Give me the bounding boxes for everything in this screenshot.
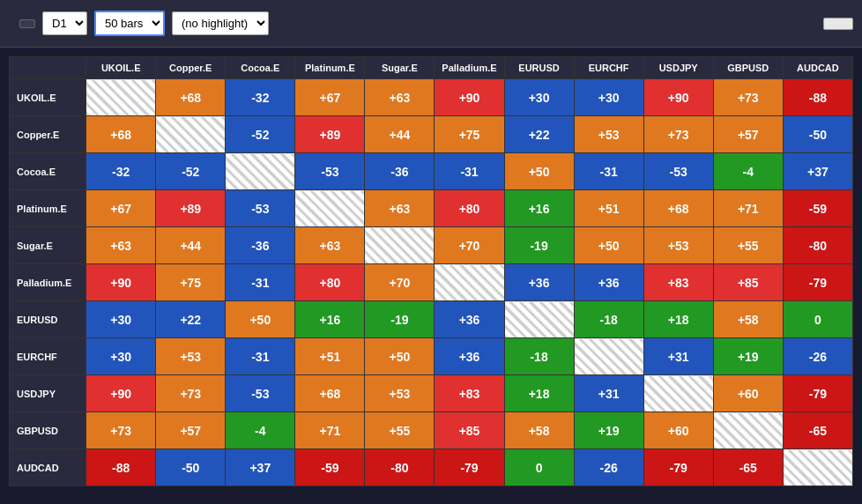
cell-0-7[interactable]: +30 [574,79,643,116]
cell-3-8[interactable]: +68 [643,190,713,227]
cell-10-9[interactable]: -65 [713,449,783,486]
highlight-select[interactable]: (no highlight) [172,11,269,35]
cell-3-2[interactable]: -53 [226,190,295,227]
cell-10-8[interactable]: -79 [643,449,713,486]
cell-2-2[interactable] [226,153,295,190]
cell-0-1[interactable]: +68 [156,79,226,116]
cell-7-4[interactable]: +50 [365,338,435,375]
cell-10-3[interactable]: -59 [295,449,365,486]
cell-5-8[interactable]: +83 [643,264,713,301]
cell-8-0[interactable]: +90 [86,375,156,412]
cell-1-5[interactable]: +75 [435,116,504,153]
cell-6-5[interactable]: +36 [435,301,504,338]
cell-8-4[interactable]: +53 [365,375,435,412]
cell-5-0[interactable]: +90 [86,264,156,301]
cell-8-7[interactable]: +31 [574,375,643,412]
cell-5-9[interactable]: +85 [713,264,783,301]
cell-0-9[interactable]: +73 [713,79,783,116]
cell-8-10[interactable]: -79 [783,375,852,412]
cell-9-3[interactable]: +71 [295,412,365,449]
cell-10-2[interactable]: +37 [226,449,295,486]
cell-10-0[interactable]: -88 [86,449,156,486]
cell-2-5[interactable]: -31 [435,153,504,190]
cell-2-10[interactable]: +37 [783,153,852,190]
cell-1-6[interactable]: +22 [504,116,574,153]
cell-8-3[interactable]: +68 [295,375,365,412]
cell-9-4[interactable]: +55 [365,412,435,449]
cell-6-0[interactable]: +30 [86,301,156,338]
cell-4-0[interactable]: +63 [86,227,156,264]
cell-9-1[interactable]: +57 [156,412,226,449]
cell-8-8[interactable] [643,375,713,412]
cell-8-1[interactable]: +73 [156,375,226,412]
cell-1-2[interactable]: -52 [226,116,295,153]
cell-4-4[interactable] [365,227,435,264]
cell-5-10[interactable]: -79 [783,264,852,301]
cell-2-4[interactable]: -36 [365,153,435,190]
cell-0-6[interactable]: +30 [504,79,574,116]
cell-6-7[interactable]: -18 [574,301,643,338]
cell-10-1[interactable]: -50 [156,449,226,486]
cell-5-5[interactable] [435,264,504,301]
cell-7-2[interactable]: -31 [226,338,295,375]
cell-2-3[interactable]: -53 [295,153,365,190]
cell-9-0[interactable]: +73 [86,412,156,449]
cell-6-4[interactable]: -19 [365,301,435,338]
cell-2-9[interactable]: -4 [713,153,783,190]
cell-6-2[interactable]: +50 [226,301,295,338]
cell-4-10[interactable]: -80 [783,227,852,264]
cell-6-3[interactable]: +16 [295,301,365,338]
cell-3-5[interactable]: +80 [435,190,504,227]
cell-8-6[interactable]: +18 [504,375,574,412]
cell-2-6[interactable]: +50 [504,153,574,190]
timeframe-select[interactable]: D1 [42,11,87,35]
cell-1-9[interactable]: +57 [713,116,783,153]
cell-7-3[interactable]: +51 [295,338,365,375]
cell-3-4[interactable]: +63 [365,190,435,227]
cell-7-10[interactable]: -26 [783,338,852,375]
cell-5-6[interactable]: +36 [504,264,574,301]
trade-list-button[interactable] [823,18,853,30]
cell-4-6[interactable]: -19 [504,227,574,264]
cell-5-3[interactable]: +80 [295,264,365,301]
cell-1-3[interactable]: +89 [295,116,365,153]
cell-7-1[interactable]: +53 [156,338,226,375]
cell-1-8[interactable]: +73 [643,116,713,153]
cell-0-0[interactable] [86,79,156,116]
cell-3-7[interactable]: +51 [574,190,643,227]
cell-10-4[interactable]: -80 [365,449,435,486]
cell-6-1[interactable]: +22 [156,301,226,338]
cell-6-6[interactable] [504,301,574,338]
cell-2-1[interactable]: -52 [156,153,226,190]
cell-0-2[interactable]: -32 [226,79,295,116]
cell-0-3[interactable]: +67 [295,79,365,116]
cell-4-3[interactable]: +63 [295,227,365,264]
cell-4-1[interactable]: +44 [156,227,226,264]
cell-2-8[interactable]: -53 [643,153,713,190]
cell-8-9[interactable]: +60 [713,375,783,412]
cell-10-7[interactable]: -26 [574,449,643,486]
cell-3-9[interactable]: +71 [713,190,783,227]
cell-6-9[interactable]: +58 [713,301,783,338]
cell-10-5[interactable]: -79 [435,449,504,486]
cell-7-6[interactable]: -18 [504,338,574,375]
cell-8-5[interactable]: +83 [435,375,504,412]
cell-3-1[interactable]: +89 [156,190,226,227]
cell-1-1[interactable] [156,116,226,153]
cell-5-2[interactable]: -31 [226,264,295,301]
cell-9-7[interactable]: +19 [574,412,643,449]
cell-4-5[interactable]: +70 [435,227,504,264]
cell-2-7[interactable]: -31 [574,153,643,190]
cell-0-8[interactable]: +90 [643,79,713,116]
cell-3-10[interactable]: -59 [783,190,852,227]
cell-1-4[interactable]: +44 [365,116,435,153]
cell-5-1[interactable]: +75 [156,264,226,301]
cell-0-10[interactable]: -88 [783,79,852,116]
cell-2-0[interactable]: -32 [86,153,156,190]
cell-7-5[interactable]: +36 [435,338,504,375]
cell-6-10[interactable]: 0 [783,301,852,338]
cell-4-2[interactable]: -36 [226,227,295,264]
cell-5-4[interactable]: +70 [365,264,435,301]
cell-0-4[interactable]: +63 [365,79,435,116]
cell-6-8[interactable]: +18 [643,301,713,338]
